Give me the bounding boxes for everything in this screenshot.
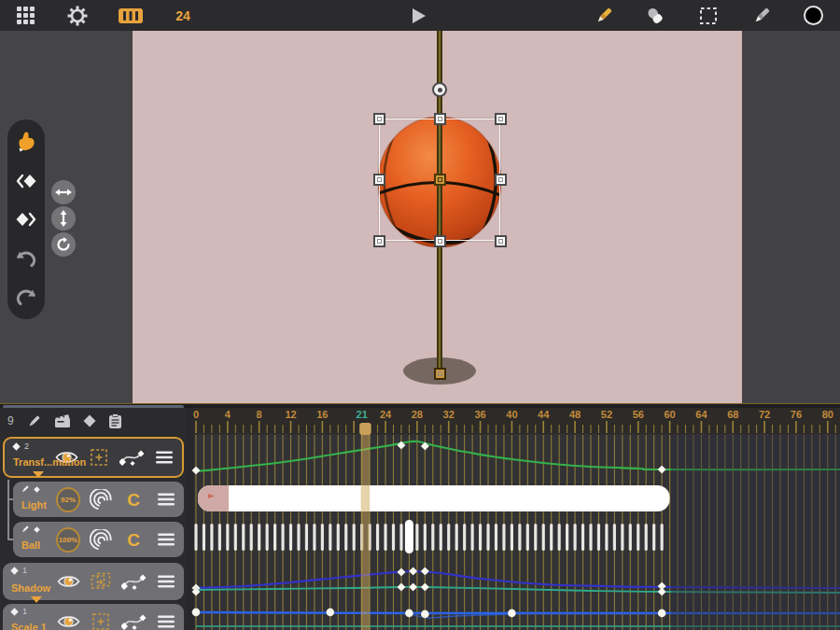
ball-frame-dash[interactable] [645, 524, 648, 551]
ball-frame-dash[interactable] [321, 524, 324, 551]
ball-frame-dash[interactable] [281, 524, 284, 551]
ball-frame-dash[interactable] [479, 524, 482, 551]
expand-arrow-icon[interactable] [31, 596, 42, 603]
color-picker-button[interactable] [792, 0, 833, 31]
ball-frame-dash[interactable] [637, 524, 639, 551]
ball-frame-dash[interactable] [242, 524, 245, 551]
ball-frame-dash[interactable] [194, 524, 197, 551]
frame-rate[interactable]: 24 [162, 0, 203, 31]
ball-frame-dash[interactable] [258, 524, 260, 551]
ball-frame-dash[interactable] [313, 524, 315, 551]
motion-path-icon[interactable] [121, 612, 146, 630]
apps-grid-button[interactable] [5, 0, 46, 31]
layer-card-transf-mation[interactable]: 2Transf...mation [3, 437, 184, 478]
transform-box-icon[interactable] [89, 612, 113, 630]
frames-button[interactable] [110, 0, 151, 31]
layer-card-scale-1[interactable]: 1Scale 1 [3, 604, 184, 630]
playhead-handle[interactable] [359, 423, 371, 435]
ball-frame-dash[interactable] [463, 524, 466, 551]
timeline-tracks[interactable]: 048121621242832364044485256606468727680 [187, 408, 840, 630]
cycle-icon[interactable]: C [121, 491, 146, 509]
ball-frame-dash[interactable] [447, 524, 450, 551]
ball-frame-dash[interactable] [203, 524, 205, 551]
selection-handle[interactable] [373, 113, 385, 125]
onion-skin-icon[interactable] [89, 489, 113, 510]
ball-frame-dash[interactable] [605, 524, 608, 551]
selection-handle[interactable] [495, 235, 507, 247]
undo-button[interactable] [13, 245, 39, 272]
ball-frame-dash[interactable] [511, 524, 513, 551]
ball-frame-dash[interactable] [629, 524, 632, 551]
ball-frame-dash[interactable] [440, 524, 442, 551]
layer-menu-icon[interactable] [154, 614, 178, 629]
ball-frame-dash[interactable] [534, 524, 537, 551]
ball-frame-dash[interactable] [218, 524, 221, 551]
ball-frame-dash[interactable] [384, 524, 386, 551]
ball-frame-dash[interactable] [415, 524, 418, 551]
motion-path-icon[interactable] [119, 448, 144, 467]
center-pivot-handle[interactable] [434, 174, 446, 186]
ball-frame-dash[interactable] [542, 524, 545, 551]
layer-menu-icon[interactable] [152, 450, 176, 465]
ball-selected-frame[interactable] [405, 520, 413, 553]
move-horizontal-button[interactable] [51, 180, 76, 204]
visibility-icon[interactable] [56, 614, 80, 629]
pencil-tool-button[interactable] [583, 0, 624, 31]
layer-card-ball[interactable]: 100%CBall [13, 522, 184, 557]
ball-frame-dash[interactable] [621, 524, 623, 551]
ball-frame-dash[interactable] [518, 524, 521, 551]
ball-frame-dash[interactable] [392, 524, 395, 551]
ball-frame-dash[interactable] [226, 524, 229, 551]
ball-frame-dash[interactable] [305, 524, 308, 551]
selection-handle[interactable] [434, 113, 446, 125]
ball-frame-dash[interactable] [234, 524, 237, 551]
clipboard-icon[interactable] [108, 413, 122, 429]
ball-frame-dash[interactable] [399, 524, 402, 551]
opacity-badge[interactable]: 100% [56, 527, 80, 553]
layer-menu-icon[interactable] [154, 492, 178, 507]
ball-frame-dash[interactable] [661, 524, 664, 551]
selection-handle[interactable] [434, 235, 446, 247]
light-clip-bar[interactable] [198, 485, 670, 511]
shadow-anchor-handle[interactable] [434, 368, 446, 380]
selection-handle[interactable] [373, 235, 385, 247]
redo-button[interactable] [13, 284, 39, 310]
clapperboard-icon[interactable] [54, 413, 71, 428]
ball-frame-dash[interactable] [376, 524, 379, 551]
ball-frame-dash[interactable] [495, 524, 497, 551]
next-keyframe-button[interactable] [13, 206, 39, 232]
ball-frame-dash[interactable] [566, 524, 568, 551]
selection-handle[interactable] [495, 113, 507, 125]
opacity-badge[interactable]: 92% [56, 487, 80, 512]
ball-frame-dash[interactable] [526, 524, 529, 551]
scale-keyframe[interactable] [421, 610, 429, 619]
motion-path-icon[interactable] [121, 572, 146, 591]
ball-frame-dash[interactable] [652, 524, 655, 551]
ball-frame-dash[interactable] [597, 524, 600, 551]
visibility-icon[interactable] [56, 574, 80, 589]
ball-frame-dash[interactable] [581, 524, 584, 551]
transform-box-icon[interactable] [87, 448, 111, 467]
scale-keyframe[interactable] [508, 609, 516, 618]
pen-tool-button[interactable] [741, 0, 782, 31]
ball-frame-dash[interactable] [250, 524, 253, 551]
layer-card-shadow[interactable]: 1Shadow [3, 563, 184, 600]
scale-keyframe[interactable] [192, 609, 201, 617]
selection-handle[interactable] [373, 174, 385, 186]
canvas-area[interactable] [133, 31, 742, 403]
rotation-handle[interactable] [432, 82, 447, 97]
settings-button[interactable] [57, 0, 98, 31]
ball-frame-dash[interactable] [502, 524, 505, 551]
ball-frame-dash[interactable] [424, 524, 427, 551]
scale-keyframe[interactable] [658, 609, 666, 618]
selection-handle[interactable] [495, 174, 507, 186]
ball-frame-dash[interactable] [289, 524, 292, 551]
ball-frame-dash[interactable] [613, 524, 616, 551]
selection-tool-button[interactable] [688, 0, 729, 31]
ball-frame-dash[interactable] [550, 524, 553, 551]
ball-frame-dash[interactable] [273, 524, 276, 551]
ball-frame-dash[interactable] [353, 524, 356, 551]
eraser-tool-button[interactable] [635, 0, 676, 31]
layer-menu-icon[interactable] [154, 532, 178, 547]
ball-frame-dash[interactable] [558, 524, 561, 551]
